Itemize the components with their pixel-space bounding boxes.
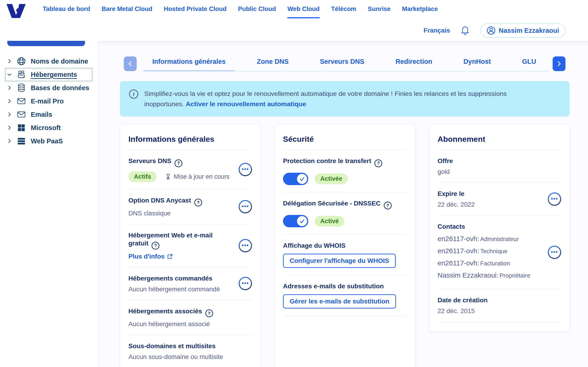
- contact-role: Technique: [480, 248, 508, 255]
- tab-informations-generales[interactable]: Informations générales: [143, 56, 235, 71]
- section-value: 22 déc. 2022: [438, 201, 475, 208]
- section-label: Délégation Sécurisée - DNSSEC: [283, 200, 380, 207]
- transfer-protection-toggle[interactable]: [283, 173, 308, 185]
- configure-whois-button[interactable]: Configurer l'affichage du WHOIS: [283, 254, 396, 268]
- card-securite: Sécurité Protection contre le transfert?: [275, 124, 415, 367]
- contact-list: en26117-ovh: Administrateur en26117-ovh:…: [438, 233, 530, 282]
- tab-dynhost[interactable]: DynHost: [454, 56, 500, 71]
- activate-auto-renewal-link[interactable]: Activer le renouvellement automatique: [186, 100, 306, 108]
- cards-row: Informations générales Serveurs DNS? Act…: [120, 124, 588, 367]
- sidebar: Noms de domaine Hébergements: [0, 41, 98, 367]
- check-icon: [299, 218, 305, 224]
- section-label: Sous-domaines et multisites: [128, 342, 223, 350]
- envelope-icon: [17, 110, 26, 119]
- section-serveurs-dns: Serveurs DNS? Actifs: [128, 150, 252, 190]
- tab-strip: Informations générales Zone DNS Serveurs…: [143, 56, 549, 72]
- sidebar-order-button[interactable]: [7, 41, 85, 46]
- user-menu[interactable]: Nassim Ezzakraoui: [480, 23, 565, 38]
- nav-hosted-private-cloud[interactable]: Hosted Private Cloud: [164, 6, 226, 18]
- nav-sunrise[interactable]: Sunrise: [368, 6, 390, 18]
- app-header: Tableau de bord Bare Metal Cloud Hosted …: [0, 0, 588, 41]
- tab-redirection[interactable]: Redirection: [386, 56, 441, 71]
- section-protection-transfert: Protection contre le transfert? Activée: [283, 150, 406, 192]
- update-in-progress-note: Mise à jour en cours: [165, 173, 229, 180]
- renewal-info-banner: i Simplifiez-vous la vie et optez pour l…: [120, 81, 570, 117]
- section-label: Adresses e-mails de substitution: [283, 282, 396, 290]
- chevron-left-icon: [127, 61, 133, 67]
- card-title: Informations générales: [128, 135, 252, 150]
- manage-substitute-emails-button[interactable]: Gérer les e-mails de substitution: [283, 294, 396, 309]
- status-badge: Actifs: [128, 171, 157, 182]
- free-hosting-menu-button[interactable]: •••: [239, 239, 252, 252]
- help-icon[interactable]: ?: [194, 199, 202, 206]
- help-icon[interactable]: ?: [174, 159, 182, 167]
- envelope-icon: [17, 96, 26, 106]
- tabs-scroll-right-button[interactable]: [553, 56, 565, 71]
- section-label: Hébergements commandés: [128, 274, 220, 282]
- help-icon[interactable]: ?: [374, 159, 382, 167]
- language-selector[interactable]: Français: [424, 27, 450, 34]
- card-title: Abonnement: [438, 135, 561, 150]
- help-icon[interactable]: ?: [384, 202, 392, 209]
- contacts-menu-button[interactable]: •••: [548, 246, 561, 259]
- contact-row: en26117-ovh: Administrateur: [438, 233, 530, 245]
- section-value: Aucun hébergement associé: [128, 320, 213, 328]
- external-link-icon: [167, 253, 173, 259]
- sidebar-item-email-pro[interactable]: E-mail Pro: [0, 94, 98, 108]
- chevron-down-icon: [7, 72, 12, 77]
- nav-bare-metal-cloud[interactable]: Bare Metal Cloud: [102, 6, 153, 18]
- sidebar-item-label: Emails: [31, 111, 52, 118]
- contact-role: Administrateur: [480, 236, 519, 242]
- notifications-bell-icon[interactable]: [461, 26, 469, 35]
- card-informations-generales: Informations générales Serveurs DNS? Act…: [120, 124, 260, 367]
- tab-zone-dns[interactable]: Zone DNS: [248, 56, 298, 71]
- section-date-creation: Date de création 22 déc. 2015: [438, 289, 561, 322]
- plus-d-infos-link[interactable]: Plus d'infos: [128, 253, 234, 260]
- sidebar-item-emails[interactable]: Emails: [0, 108, 98, 121]
- dns-servers-menu-button[interactable]: •••: [239, 163, 252, 176]
- contact-row: en26117-ovh: Technique: [438, 245, 530, 258]
- help-icon[interactable]: ?: [152, 242, 159, 250]
- info-icon: i: [129, 90, 138, 99]
- section-label: Contacts: [438, 223, 530, 231]
- tabs-scroll-left-button[interactable]: [124, 56, 137, 71]
- contact-role: Propriétaire: [500, 272, 530, 279]
- chevron-right-icon: [7, 99, 12, 104]
- sidebar-menu: Noms de domaine Hébergements: [0, 55, 98, 148]
- nav-public-cloud[interactable]: Public Cloud: [238, 6, 276, 18]
- section-value: Aucun hébergement commandé: [128, 286, 220, 293]
- chevron-right-icon: [7, 59, 12, 64]
- section-option-dns-anycast: Option DNS Anycast? DNS classique •••: [128, 190, 252, 225]
- ordered-hosting-menu-button[interactable]: •••: [239, 277, 252, 290]
- sidebar-item-hebergements[interactable]: Hébergements: [5, 68, 92, 81]
- status-badge: Activée: [315, 173, 348, 184]
- sidebar-item-web-paas[interactable]: Web PaaS: [0, 134, 98, 148]
- section-label: Option DNS Anycast: [128, 197, 191, 204]
- dnssec-toggle[interactable]: [283, 215, 308, 227]
- anycast-menu-button[interactable]: •••: [239, 200, 252, 213]
- sidebar-item-label: Bases de données: [31, 84, 89, 92]
- nav-marketplace[interactable]: Marketplace: [402, 6, 438, 18]
- banner-text: Simplifiez-vous la vie et optez pour le …: [144, 89, 544, 109]
- expiration-menu-button[interactable]: •••: [548, 192, 561, 206]
- ovhcloud-logo[interactable]: [6, 2, 27, 20]
- section-label: Hébergement Web et e-mail gratuit: [128, 232, 213, 247]
- nav-tableau-de-bord[interactable]: Tableau de bord: [43, 6, 90, 18]
- sidebar-item-microsoft[interactable]: Microsoft: [0, 121, 98, 134]
- sidebar-item-noms-de-domaine[interactable]: Noms de domaine: [0, 55, 98, 68]
- contact-name: en26117-ovh:: [438, 247, 479, 255]
- help-icon[interactable]: ?: [205, 309, 213, 317]
- database-icon: [17, 83, 26, 93]
- tab-glu[interactable]: GLU: [513, 56, 539, 71]
- section-offre: Offre gold: [438, 150, 561, 183]
- nav-web-cloud[interactable]: Web Cloud: [287, 6, 320, 18]
- nav-telecom[interactable]: Télécom: [331, 6, 356, 18]
- contact-row: Nassim Ezzakraoui: Propriétaire: [438, 270, 530, 282]
- hosting-people-icon: [17, 70, 26, 79]
- tab-serveurs-dns[interactable]: Serveurs DNS: [311, 56, 373, 71]
- section-contacts: Contacts en26117-ovh: Administrateur en2…: [438, 216, 561, 289]
- contact-role: Facturation: [480, 260, 510, 267]
- sidebar-item-label: Web PaaS: [31, 137, 63, 145]
- sidebar-item-bases-de-donnees[interactable]: Bases de données: [0, 81, 98, 94]
- user-name: Nassim Ezzakraoui: [499, 27, 559, 34]
